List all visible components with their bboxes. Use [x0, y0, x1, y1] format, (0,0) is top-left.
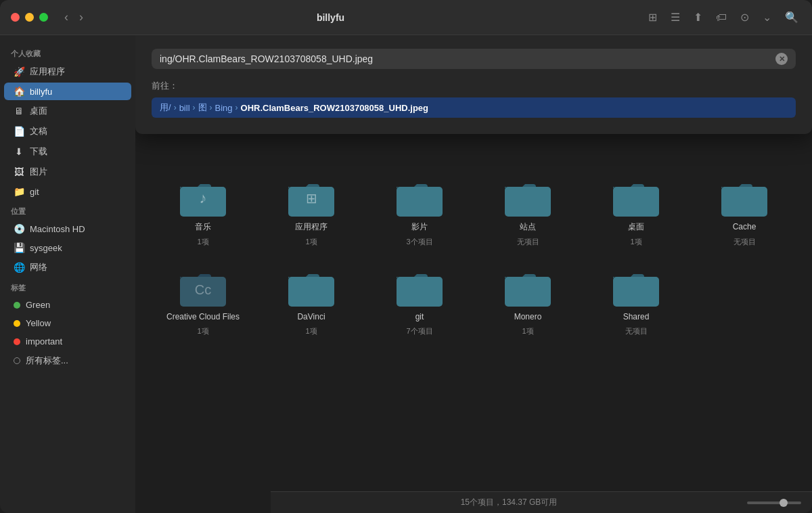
file-item-music[interactable]: ♪ 音乐1项 — [149, 171, 257, 254]
sidebar-item-documents[interactable]: 📄 文稿 — [4, 122, 131, 141]
git-folder-icon: 📁 — [14, 186, 24, 197]
more-button[interactable]: ⌄ — [760, 9, 774, 25]
sidebar-item-git[interactable]: 📁 git — [4, 183, 131, 200]
sidebar-item-pictures[interactable]: 🖼 图片 — [4, 162, 131, 181]
breadcrumb-sep-2: › — [210, 103, 212, 112]
titlebar: ‹ › billyfu ⊞ ☰ ⬆ 🏷 ⊙ ⌄ 🔍 — [0, 0, 812, 35]
file-count-monero: 1项 — [522, 326, 533, 336]
apps-icon: 🚀 — [14, 66, 24, 77]
svg-text:♪: ♪ — [200, 189, 207, 206]
file-item-git2[interactable]: git7个项目 — [365, 261, 474, 344]
sidebar-item-desktop[interactable]: 🖥 桌面 — [4, 102, 131, 120]
svg-rect-10 — [288, 277, 334, 307]
sidebar-item-macintosh[interactable]: 💿 Macintosh HD — [4, 220, 131, 238]
sidebar-item-macintosh-label: Macintosh HD — [30, 224, 85, 234]
folder-icon-davinci — [287, 267, 336, 308]
sidebar-item-desktop-label: 桌面 — [30, 105, 47, 117]
sidebar-item-billyfu-label: billyfu — [30, 87, 52, 97]
all-tags-icon — [14, 357, 20, 364]
window-title: billyfu — [16, 12, 646, 23]
folder-icon-sites — [503, 177, 552, 218]
folder-icon-git2 — [395, 267, 444, 308]
sidebar-item-apps-label: 应用程序 — [30, 66, 65, 78]
file-item-davinci[interactable]: DaVinci1项 — [257, 261, 365, 344]
sidebar-item-documents-label: 文稿 — [30, 125, 47, 137]
tag-button[interactable]: 🏷 — [713, 10, 729, 25]
goto-input[interactable] — [160, 53, 775, 64]
sidebar-item-apps[interactable]: 🚀 应用程序 — [4, 62, 131, 81]
green-tag-dot — [14, 302, 20, 309]
sidebar-item-green[interactable]: Green — [4, 296, 131, 313]
file-item-applications[interactable]: ⊞ 应用程序1项 — [257, 171, 365, 254]
file-count-davinci: 1项 — [305, 326, 317, 336]
file-count-music: 1项 — [197, 237, 208, 247]
status-text: 15个项目，134.37 GB可用 — [271, 497, 747, 508]
goto-label: 前往： — [152, 80, 796, 92]
documents-icon: 📄 — [14, 126, 24, 137]
zoom-slider[interactable] — [747, 501, 801, 504]
file-name-cache: Cache — [733, 222, 757, 233]
breadcrumb-item-1[interactable]: bill — [179, 103, 190, 113]
sidebar: 个人收藏 🚀 应用程序 🏠 billyfu 🖥 桌面 📄 文稿 ⬇ 下载 🖼 图… — [0, 35, 135, 513]
breadcrumb-item-3[interactable]: Bing — [215, 103, 233, 113]
desktop-icon: 🖥 — [14, 106, 24, 116]
important-tag-label: important — [26, 336, 62, 347]
content-area: ✕ 前往： 用/ › bill › 图 › Bing › OHR.ClamBea… — [135, 35, 812, 513]
svg-rect-12 — [505, 277, 551, 307]
file-item-creative-cloud[interactable]: Cc Creative Cloud Files1项 — [149, 261, 257, 344]
share-button[interactable]: ⬆ — [691, 9, 705, 25]
search-button[interactable]: 🔍 — [782, 9, 801, 25]
breadcrumb-item-0[interactable]: 用/ — [160, 102, 171, 114]
file-name-davinci: DaVinci — [297, 312, 325, 323]
file-name-music: 音乐 — [195, 222, 211, 233]
file-count-sites: 无项目 — [517, 237, 539, 247]
sidebar-item-all-tags[interactable]: 所有标签... — [4, 351, 131, 370]
sidebar-item-billyfu[interactable]: 🏠 billyfu — [4, 83, 131, 100]
yellow-tag-label: Yellow — [26, 318, 51, 328]
file-item-desktop2[interactable]: 桌面1项 — [582, 171, 690, 254]
svg-text:⊞: ⊞ — [306, 191, 317, 206]
network-icon: 🌐 — [14, 262, 24, 273]
sidebar-item-network[interactable]: 🌐 网络 — [4, 258, 131, 277]
sidebar-item-downloads[interactable]: ⬇ 下载 — [4, 142, 131, 161]
folder-icon-monero — [503, 267, 552, 308]
action-button[interactable]: ⊙ — [738, 9, 752, 25]
file-count-git2: 7个项目 — [406, 326, 432, 336]
file-count-creative-cloud: 1项 — [197, 326, 208, 336]
breadcrumb-sep-1: › — [193, 103, 196, 112]
file-item-movies[interactable]: 影片3个项目 — [365, 171, 474, 254]
folder-icon-music: ♪ — [179, 177, 227, 218]
view-grid-button[interactable]: ⊞ — [646, 9, 660, 25]
breadcrumb-sep-0: › — [174, 103, 177, 112]
file-item-shared[interactable]: Shared无项目 — [582, 261, 690, 344]
file-item-cache[interactable]: Cache无项目 — [690, 171, 798, 254]
folder-icon-cache — [720, 177, 769, 218]
sidebar-item-important[interactable]: important — [4, 333, 131, 350]
breadcrumb-row[interactable]: 用/ › bill › 图 › Bing › OHR.ClamBears_ROW… — [152, 97, 796, 118]
zoom-slider-area — [747, 501, 812, 504]
svg-rect-4 — [397, 187, 443, 217]
file-name-git2: git — [415, 312, 424, 323]
file-count-shared: 无项目 — [625, 326, 648, 336]
sidebar-item-yellow[interactable]: Yellow — [4, 315, 131, 332]
view-list-button[interactable]: ☰ — [668, 9, 683, 25]
macintosh-icon: 💿 — [14, 223, 24, 234]
important-tag-dot — [14, 338, 20, 345]
file-count-movies: 3个项目 — [406, 237, 432, 247]
folder-icon-shared — [612, 267, 660, 308]
clear-button[interactable]: ✕ — [775, 53, 788, 65]
svg-text:Cc: Cc — [195, 282, 211, 297]
file-count-applications: 1项 — [305, 237, 317, 247]
main-layout: 个人收藏 🚀 应用程序 🏠 billyfu 🖥 桌面 📄 文稿 ⬇ 下载 🖼 图… — [0, 35, 812, 513]
breadcrumb-item-4[interactable]: OHR.ClamBears_ROW2103708058_UHD.jpeg — [241, 103, 428, 113]
file-item-sites[interactable]: 站点无项目 — [474, 171, 582, 254]
pictures-icon: 🖼 — [14, 166, 24, 177]
breadcrumb-item-2[interactable]: 图 — [198, 102, 207, 114]
sidebar-item-sysgeek[interactable]: 💾 sysgeek — [4, 239, 131, 256]
file-name-creative-cloud: Creative Cloud Files — [166, 312, 240, 323]
file-item-monero[interactable]: Monero1项 — [474, 261, 582, 344]
file-name-monero: Monero — [514, 312, 542, 323]
all-tags-label: 所有标签... — [26, 355, 68, 367]
tags-label: 标签 — [0, 277, 135, 296]
home-icon: 🏠 — [14, 86, 24, 97]
